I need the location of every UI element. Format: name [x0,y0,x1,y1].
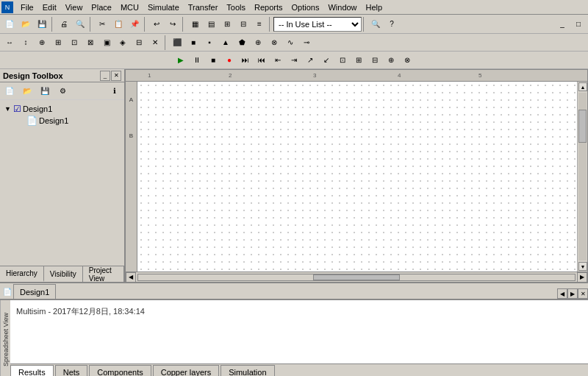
sim-collapse[interactable]: ⇥ [286,52,302,68]
copy-button[interactable]: 📋 [110,16,126,32]
ruler-3: 3 [313,72,316,79]
tool-8[interactable]: ◈ [115,35,131,51]
menu-place[interactable]: Place [87,1,116,13]
sim-play[interactable]: ▶ [173,52,189,68]
separator-4 [182,17,185,32]
tool-9[interactable]: ⊟ [131,35,147,51]
btn-d[interactable]: ⊟ [235,16,251,32]
toolbox-settings[interactable]: ⚙ [54,83,71,99]
hscroll-right[interactable]: ▶ [577,272,587,283]
toolbox-close[interactable]: ✕ [111,71,121,81]
canvas-vscroll-thumb[interactable] [578,110,587,143]
tool-14[interactable]: ▲ [218,35,234,51]
canvas-grid[interactable] [137,82,577,272]
tool-1[interactable]: ↔ [1,35,18,51]
toolbox-new[interactable]: 📄 [1,83,18,99]
canvas-scroll-down[interactable]: ▼ [578,262,587,271]
save-button[interactable]: 💾 [34,16,50,32]
sim-record[interactable]: ● [221,52,237,68]
sim-a6[interactable]: ⊕ [383,52,399,68]
tool-11[interactable]: ⬛ [169,35,185,51]
tool-13[interactable]: ▪ [201,35,218,51]
sim-a2[interactable]: ↙ [318,52,334,68]
tool-2[interactable]: ↕ [18,35,34,51]
tree-checkbox[interactable]: ☑ [13,104,21,114]
btn-a[interactable]: ▦ [187,16,203,32]
window-maximize[interactable]: □ [570,16,587,32]
toolbox-save[interactable]: 💾 [37,83,53,99]
tool-5[interactable]: ⊡ [66,35,82,51]
sp-tab-nets[interactable]: Nets [55,365,88,377]
tool-18[interactable]: ∿ [282,35,298,51]
canvas-ruler-left: A B [126,82,137,272]
menu-mcu[interactable]: MCU [116,1,143,13]
tool-10[interactable]: ✕ [147,35,163,51]
tab-hierarchy[interactable]: Hierarchy [0,266,44,282]
tool-15[interactable]: ⬟ [234,35,250,51]
tool-3[interactable]: ⊕ [34,35,50,51]
sim-a5[interactable]: ⊟ [367,52,383,68]
tool-17[interactable]: ⊗ [266,35,282,51]
canvas-scroll-up[interactable]: ▲ [578,82,587,91]
btn-b[interactable]: ▤ [203,16,219,32]
hscroll-thumb[interactable] [313,274,401,280]
sp-tab-components[interactable]: Components [89,365,151,377]
menu-window[interactable]: Window [323,1,361,13]
toolbox-info[interactable]: ℹ [107,83,123,99]
menu-options[interactable]: Options [287,1,324,13]
tab-visibility[interactable]: Visibility [44,266,83,282]
menu-reports[interactable]: Reports [250,1,287,13]
tab-close-btn[interactable]: ✕ [578,288,588,299]
sp-tab-simulation[interactable]: Simulation [220,365,274,377]
sim-pause[interactable]: ⏸ [189,52,205,68]
open-button[interactable]: 📂 [18,16,34,32]
in-use-list-dropdown[interactable]: -- In Use List -- [273,17,362,32]
paste-button[interactable]: 📌 [126,16,143,32]
tool-6[interactable]: ⊠ [82,35,98,51]
sim-a4[interactable]: ⊞ [351,52,367,68]
toolbox-open[interactable]: 📂 [19,83,35,99]
tree-child[interactable]: 📄 Design1 [3,115,121,127]
tool-12[interactable]: ■ [185,35,201,51]
undo-button[interactable]: ↩ [148,16,165,32]
sim-fwd[interactable]: ⏭ [237,52,254,68]
btn-e[interactable]: ≡ [251,16,268,32]
sim-a1[interactable]: ↗ [302,52,318,68]
toolbox-minimize[interactable]: _ [100,71,110,81]
spreadsheet-content: Multisim - 2017年12月8日, 18:34:14 [10,300,588,363]
hscroll-left[interactable]: ◀ [126,272,136,283]
tree-root[interactable]: ▼ ☑ Design1 [3,103,121,115]
design-tab[interactable]: Design1 [13,284,56,299]
menu-edit[interactable]: Edit [38,1,61,13]
btn-c[interactable]: ⊞ [219,16,235,32]
tool-16[interactable]: ⊕ [250,35,266,51]
tab-next[interactable]: ▶ [567,288,578,299]
menu-file[interactable]: File [16,1,38,13]
tool-4[interactable]: ⊞ [50,35,66,51]
sim-bwd[interactable]: ⏮ [254,52,270,68]
menu-simulate[interactable]: Simulate [143,1,184,13]
sp-tab-results[interactable]: Results [10,365,54,377]
tool-19[interactable]: ⊸ [298,35,315,51]
window-minimize[interactable]: _ [554,16,570,32]
tab-project-view[interactable]: Project View [83,266,124,282]
menu-help[interactable]: Help [362,1,387,13]
search-button[interactable]: 🔍 [368,16,384,32]
menu-transfer[interactable]: Transfer [184,1,223,13]
cut-button[interactable]: ✂ [94,16,110,32]
sim-stop[interactable]: ■ [205,52,221,68]
sim-expand[interactable]: ⇤ [270,52,286,68]
separator-1 [51,17,54,32]
new-button[interactable]: 📄 [1,16,18,32]
sim-a7[interactable]: ⊗ [399,52,415,68]
tool-7[interactable]: ▣ [98,35,115,51]
tab-prev[interactable]: ◀ [557,288,567,299]
redo-button[interactable]: ↪ [165,16,181,32]
menu-view[interactable]: View [61,1,87,13]
sim-a3[interactable]: ⊡ [334,52,351,68]
print-preview-button[interactable]: 🔍 [72,16,88,32]
print-button[interactable]: 🖨 [56,16,72,32]
help-button[interactable]: ? [384,16,400,32]
menu-tools[interactable]: Tools [222,1,250,13]
sp-tab-copper[interactable]: Copper layers [153,365,219,377]
